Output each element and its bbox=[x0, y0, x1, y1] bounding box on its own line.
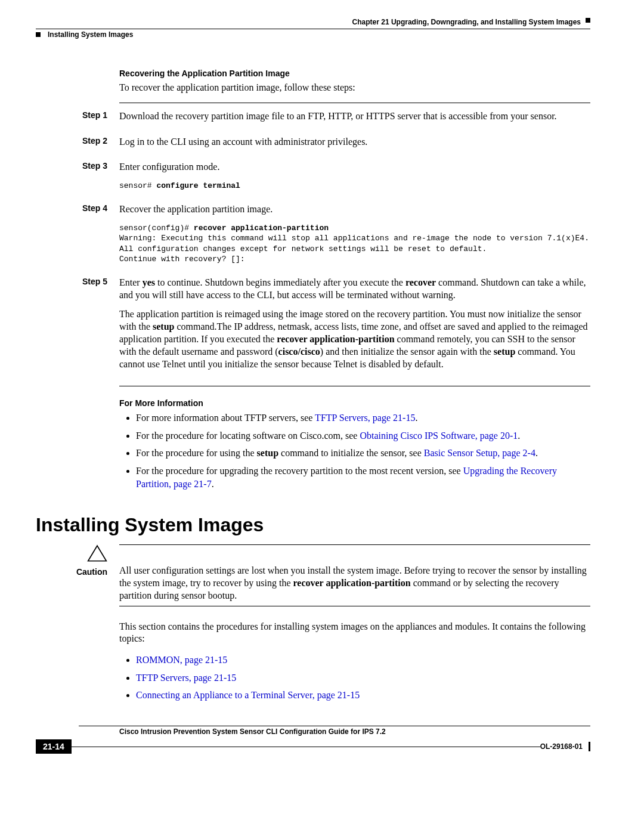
cross-ref-link[interactable]: Basic Sensor Setup, page 2-4 bbox=[424, 448, 535, 458]
caution-rule-top bbox=[119, 544, 590, 545]
caution-rule-bottom bbox=[119, 606, 590, 606]
cross-ref-link[interactable]: TFTP Servers, page 21-15 bbox=[315, 413, 415, 423]
header-end-marker bbox=[586, 18, 590, 23]
running-subheader: Installing System Images bbox=[36, 30, 590, 39]
caution-label: Caution bbox=[36, 567, 107, 577]
cross-ref-link[interactable]: TFTP Servers, page 21-15 bbox=[136, 673, 236, 683]
topic-list: ROMMON, page 21-15 TFTP Servers, page 21… bbox=[119, 654, 590, 702]
step-label: Step 2 bbox=[36, 136, 119, 156]
list-item: Connecting an Appliance to a Terminal Se… bbox=[136, 689, 590, 702]
step-text: Log in to the CLI using an account with … bbox=[119, 136, 590, 148]
step-text: Enter configuration mode. bbox=[119, 161, 590, 174]
section-label: Installing System Images bbox=[48, 30, 133, 39]
intro-text: To recover the application partition ima… bbox=[119, 82, 590, 94]
subsection-heading: Recovering the Application Partition Ima… bbox=[119, 69, 590, 78]
cross-ref-link[interactable]: ROMMON, page 21-15 bbox=[136, 655, 227, 665]
list-item: For the procedure for upgrading the reco… bbox=[136, 465, 590, 490]
footer-bar-marker bbox=[589, 742, 590, 751]
step-label: Step 4 bbox=[36, 203, 119, 271]
step-text: Enter yes to continue. Shutdown begins i… bbox=[119, 277, 590, 302]
code-block: sensor# configure terminal bbox=[119, 181, 590, 191]
list-item: For more information about TFTP servers,… bbox=[136, 411, 590, 425]
section-intro: This section contains the procedures for… bbox=[119, 621, 590, 646]
step-label: Step 5 bbox=[36, 277, 119, 378]
list-item: For the procedure for locating software … bbox=[136, 429, 590, 442]
header-square-marker bbox=[36, 32, 41, 37]
chapter-label: Chapter 21 Upgrading, Downgrading, and I… bbox=[352, 18, 581, 26]
h1-heading: Installing System Images bbox=[36, 514, 590, 536]
more-info-heading: For More Information bbox=[119, 398, 590, 408]
doc-id: OL-29168-01 bbox=[540, 742, 583, 751]
caution-icon bbox=[87, 544, 107, 565]
step-label: Step 1 bbox=[36, 110, 119, 130]
running-header: Chapter 21 Upgrading, Downgrading, and I… bbox=[36, 18, 590, 26]
step-rule-top bbox=[119, 103, 590, 103]
list-item: TFTP Servers, page 21-15 bbox=[136, 671, 590, 685]
step-text: Recover the application partition image. bbox=[119, 203, 590, 216]
cross-ref-link[interactable]: Connecting an Appliance to a Terminal Se… bbox=[136, 690, 360, 700]
page-number: 21-14 bbox=[36, 739, 72, 754]
svg-marker-0 bbox=[88, 546, 107, 562]
footer-guide-title: Cisco Intrusion Prevention System Sensor… bbox=[119, 727, 590, 736]
caution-text: All user configuration settings are lost… bbox=[119, 565, 590, 602]
step-text: The application partition is reimaged us… bbox=[119, 308, 590, 370]
header-rule bbox=[36, 29, 590, 29]
code-block: sensor(config)# recover application-part… bbox=[119, 223, 590, 265]
more-info-list: For more information about TFTP servers,… bbox=[119, 411, 590, 490]
step-rule-bottom bbox=[119, 386, 590, 386]
step-text: Download the recovery partition image fi… bbox=[119, 110, 590, 123]
step-label: Step 3 bbox=[36, 161, 119, 197]
list-item: ROMMON, page 21-15 bbox=[136, 654, 590, 667]
cross-ref-link[interactable]: Obtaining Cisco IPS Software, page 20-1 bbox=[360, 431, 518, 441]
footer-tail-rule bbox=[72, 747, 540, 747]
footer-rule bbox=[79, 726, 590, 726]
list-item: For the procedure for using the setup co… bbox=[136, 447, 590, 460]
